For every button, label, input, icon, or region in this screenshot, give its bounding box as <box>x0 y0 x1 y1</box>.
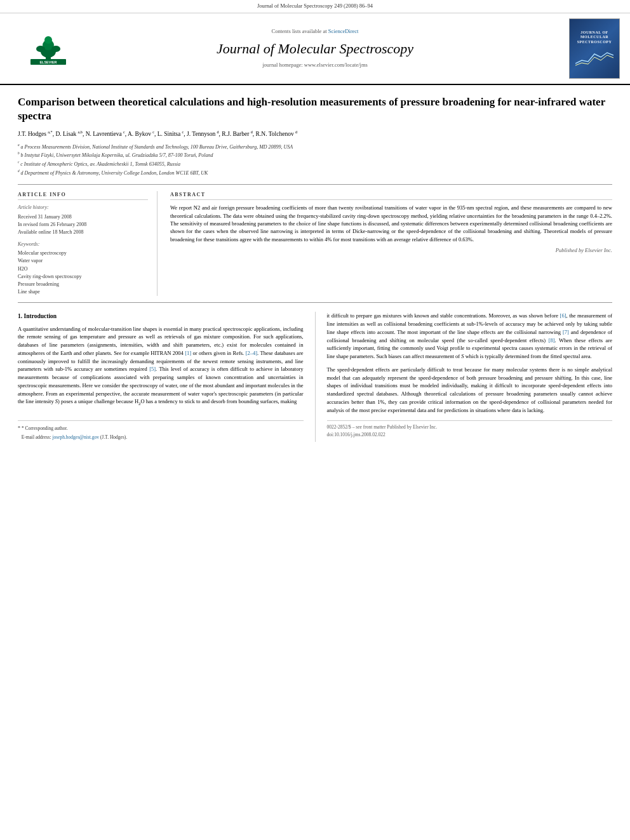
corresponding-label: * Corresponding author. <box>22 425 68 431</box>
journal-header: ELSEVIER Contents lists available at Sci… <box>0 13 630 85</box>
email-suffix: (J.T. Hodges). <box>100 434 127 440</box>
body-columns: 1. Introduction A quantitative understan… <box>18 312 612 442</box>
email-address[interactable]: joseph.hodges@nist.gov <box>52 434 99 440</box>
bottom-bar: 0022-2852/$ – see front matter Published… <box>327 420 613 438</box>
col-right: it difficult to prepare gas mixtures wit… <box>327 312 613 442</box>
svg-point-5 <box>51 46 60 52</box>
available-date: Available online 18 March 2008 <box>18 229 148 236</box>
journal-homepage: journal homepage: www.elsevier.com/locat… <box>86 62 544 69</box>
svg-point-4 <box>36 46 45 52</box>
sciencedirect-link[interactable]: ScienceDirect <box>328 28 359 34</box>
kw-1: Molecular spectroscopy <box>18 250 148 257</box>
received-date: Received 31 January 2008 <box>18 213 148 220</box>
citation-bar: Journal of Molecular Spectroscopy 249 (2… <box>0 0 630 13</box>
cover-image-area: JOURNAL OFMOLECULARSPECTROSCOPY <box>544 18 620 79</box>
info-abstract-section: ARTICLE INFO Article history: Received 3… <box>18 184 612 303</box>
intro-para-1: A quantitative understanding of molecula… <box>18 325 304 408</box>
intro-para-3: The speed-dependent effects are particul… <box>327 366 613 415</box>
footnotes: * * Corresponding author. E-mail address… <box>18 420 304 441</box>
intro-para-2: it difficult to prepare gas mixtures wit… <box>327 312 613 361</box>
kw-5: Pressure broadening <box>18 281 148 288</box>
elsevier-logo: ELSEVIER <box>29 31 67 66</box>
cover-graph-icon <box>575 48 613 67</box>
ref-8: [8] <box>549 337 555 343</box>
contents-text: Contents lists available at <box>272 28 328 34</box>
bottom-line1: 0022-2852/$ – see front matter Published… <box>327 423 613 430</box>
abstract-text: We report N2 and air foreign pressure br… <box>170 204 612 243</box>
history-label: Article history: <box>18 204 148 211</box>
ref-1: [1] <box>185 350 191 356</box>
kw-3: H2O <box>18 265 148 272</box>
affil-d: d d Department of Physics & Astronomy, U… <box>18 169 612 177</box>
sciencedirect-line: Contents lists available at ScienceDirec… <box>86 28 544 36</box>
bottom-line2: doi:10.1016/j.jms.2008.02.022 <box>327 431 613 438</box>
published-by: Published by Elsevier Inc. <box>170 247 612 255</box>
elsevier-logo-area: ELSEVIER <box>10 31 86 66</box>
affil-a: a a Process Measurements Division, Natio… <box>18 143 612 151</box>
journal-title: Journal of Molecular Spectroscopy <box>86 39 544 59</box>
keywords-label: Keywords: <box>18 241 148 248</box>
svg-text:ELSEVIER: ELSEVIER <box>39 60 57 64</box>
ref-6: [6] <box>560 312 566 319</box>
page: Journal of Molecular Spectroscopy 249 (2… <box>0 0 630 840</box>
kw-2: Water vapor <box>18 257 148 264</box>
abstract-title: ABSTRACT <box>170 191 612 200</box>
authors-line: J.T. Hodges a,*, D. Lisak a,b, N. Lavren… <box>18 130 612 138</box>
section-number: 1. <box>18 313 24 319</box>
intro-title: Introduction <box>24 313 57 319</box>
article-content: Comparison between theoretical calculati… <box>0 85 630 452</box>
article-title: Comparison between theoretical calculati… <box>18 95 612 123</box>
journal-cover: JOURNAL OFMOLECULARSPECTROSCOPY <box>569 18 620 79</box>
column-divider <box>315 312 316 442</box>
ref-2-4: [2–4] <box>246 350 257 356</box>
email-label: E-mail address: <box>22 434 51 440</box>
affil-c: c c Institute of Atmospheric Optics, av.… <box>18 160 612 168</box>
article-info-title: ARTICLE INFO <box>18 191 148 200</box>
cover-title: JOURNAL OFMOLECULARSPECTROSCOPY <box>577 30 612 45</box>
abstract-box: ABSTRACT We report N2 and air foreign pr… <box>170 191 612 296</box>
citation-text: Journal of Molecular Spectroscopy 249 (2… <box>257 3 373 9</box>
svg-point-3 <box>44 36 52 44</box>
journal-title-area: Contents lists available at ScienceDirec… <box>86 28 544 69</box>
kw-6: Line shape <box>18 288 148 295</box>
affil-b: b b Instytut Fizyki, Uniwersytet Mikolaj… <box>18 151 612 159</box>
kw-4: Cavity ring-down spectroscopy <box>18 273 148 280</box>
footnote-email: E-mail address: joseph.hodges@nist.gov (… <box>18 434 304 441</box>
article-info-box: ARTICLE INFO Article history: Received 3… <box>18 191 158 296</box>
ref-7: [7] <box>563 329 569 335</box>
revised-date: In revised form 26 February 2008 <box>18 221 148 228</box>
col-left: 1. Introduction A quantitative understan… <box>18 312 304 442</box>
ref-5: [5] <box>149 366 156 372</box>
footnote-star: * * Corresponding author. <box>18 425 304 432</box>
elsevier-tree-icon: ELSEVIER <box>29 31 67 66</box>
affiliations: a a Process Measurements Division, Natio… <box>18 143 612 177</box>
intro-heading: 1. Introduction <box>18 312 304 321</box>
